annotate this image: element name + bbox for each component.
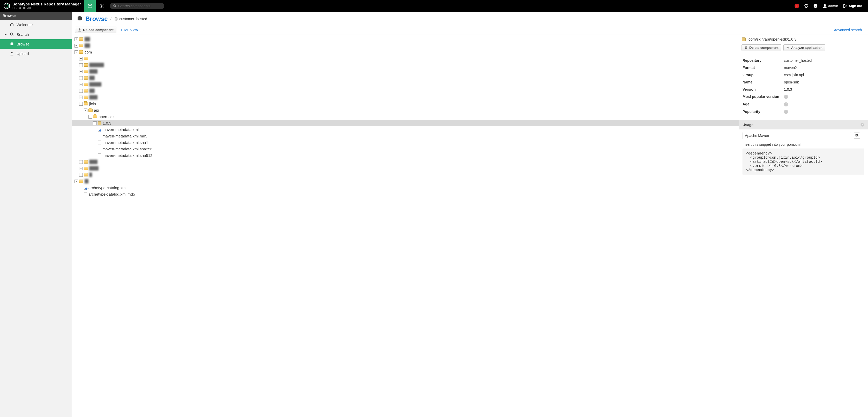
product-version: OSS 3.50.0-01 — [12, 6, 81, 9]
svg-marker-1 — [5, 4, 8, 8]
svg-line-5 — [115, 6, 116, 7]
help-icon: ? — [813, 4, 818, 8]
svg-point-8 — [824, 4, 826, 6]
user-menu[interactable]: admin — [823, 4, 838, 8]
refresh-icon — [804, 4, 808, 8]
signout-button[interactable]: Sign out — [843, 4, 862, 8]
refresh-button[interactable] — [804, 4, 808, 8]
gear-icon — [99, 3, 104, 8]
logo-block: Sonatype Nexus Repository Manager OSS 3.… — [0, 2, 84, 9]
help-button[interactable]: ? — [813, 4, 818, 8]
global-search[interactable]: Search components — [110, 3, 164, 9]
search-placeholder: Search components — [118, 4, 151, 8]
signout-label: Sign out — [849, 4, 862, 8]
header-actions: ! ? admin Sign out — [795, 4, 865, 8]
svg-marker-0 — [4, 3, 9, 9]
username-label: admin — [829, 4, 838, 8]
cube-icon — [87, 3, 93, 9]
signout-icon — [843, 4, 847, 8]
admin-mode-button[interactable] — [96, 0, 107, 12]
search-icon — [113, 4, 117, 8]
svg-point-3 — [101, 5, 102, 6]
app-header: Sonatype Nexus Repository Manager OSS 3.… — [0, 0, 868, 12]
user-icon — [823, 4, 827, 8]
svg-text:?: ? — [814, 4, 816, 7]
product-title: Sonatype Nexus Repository Manager — [12, 2, 81, 6]
alert-badge[interactable]: ! — [795, 4, 799, 8]
browse-mode-button[interactable] — [84, 0, 96, 12]
sonatype-logo-icon — [3, 2, 10, 9]
svg-point-4 — [114, 4, 116, 6]
